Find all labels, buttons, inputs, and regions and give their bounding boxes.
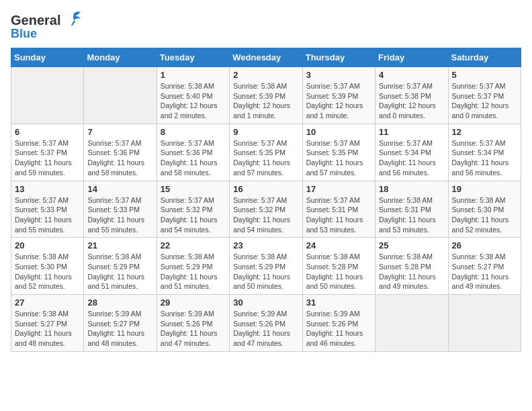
day-info: Sunrise: 5:39 AM Sunset: 5:27 PM Dayligh… [87,309,152,349]
calendar-cell: 25Sunrise: 5:38 AM Sunset: 5:28 PM Dayli… [375,238,448,295]
calendar-cell: 6Sunrise: 5:37 AM Sunset: 5:37 PM Daylig… [11,124,84,181]
day-info: Sunrise: 5:38 AM Sunset: 5:27 PM Dayligh… [452,252,517,291]
logo: General Blue [11,11,82,41]
day-number: 18 [379,184,444,194]
day-number: 28 [87,298,152,308]
day-number: 13 [15,184,80,194]
calendar-cell: 15Sunrise: 5:37 AM Sunset: 5:32 PM Dayli… [157,181,229,238]
calendar-cell: 13Sunrise: 5:37 AM Sunset: 5:33 PM Dayli… [11,181,84,238]
day-number: 25 [379,240,444,250]
day-info: Sunrise: 5:37 AM Sunset: 5:37 PM Dayligh… [15,138,80,178]
day-number: 31 [306,298,371,308]
day-info: Sunrise: 5:38 AM Sunset: 5:31 PM Dayligh… [379,195,444,235]
calendar-header-row: SundayMondayTuesdayWednesdayThursdayFrid… [11,48,521,67]
day-number: 24 [306,240,371,250]
day-number: 29 [161,298,226,308]
day-info: Sunrise: 5:38 AM Sunset: 5:39 PM Dayligh… [233,81,298,121]
calendar-cell: 22Sunrise: 5:38 AM Sunset: 5:29 PM Dayli… [157,238,229,295]
day-info: Sunrise: 5:37 AM Sunset: 5:31 PM Dayligh… [306,195,371,235]
calendar-cell [84,67,157,124]
calendar-header-friday: Friday [375,48,448,67]
calendar-cell: 16Sunrise: 5:37 AM Sunset: 5:32 PM Dayli… [230,181,302,238]
day-info: Sunrise: 5:38 AM Sunset: 5:28 PM Dayligh… [306,252,371,291]
day-info: Sunrise: 5:38 AM Sunset: 5:30 PM Dayligh… [452,195,517,235]
calendar-cell: 31Sunrise: 5:39 AM Sunset: 5:26 PM Dayli… [302,295,375,352]
calendar-cell: 5Sunrise: 5:37 AM Sunset: 5:37 PM Daylig… [448,67,521,124]
calendar-cell: 19Sunrise: 5:38 AM Sunset: 5:30 PM Dayli… [448,181,521,238]
day-info: Sunrise: 5:39 AM Sunset: 5:26 PM Dayligh… [233,309,298,349]
calendar-cell: 14Sunrise: 5:37 AM Sunset: 5:33 PM Dayli… [84,181,157,238]
calendar-header-saturday: Saturday [448,48,521,67]
calendar-cell: 12Sunrise: 5:37 AM Sunset: 5:34 PM Dayli… [448,124,521,181]
calendar-cell: 2Sunrise: 5:38 AM Sunset: 5:39 PM Daylig… [230,67,302,124]
day-info: Sunrise: 5:37 AM Sunset: 5:39 PM Dayligh… [306,81,371,121]
calendar-week-3: 13Sunrise: 5:37 AM Sunset: 5:33 PM Dayli… [11,181,521,238]
day-number: 20 [15,240,80,250]
calendar-cell: 1Sunrise: 5:38 AM Sunset: 5:40 PM Daylig… [157,67,229,124]
calendar-cell: 4Sunrise: 5:37 AM Sunset: 5:38 PM Daylig… [375,67,448,124]
day-info: Sunrise: 5:39 AM Sunset: 5:26 PM Dayligh… [161,309,226,349]
calendar-cell [375,295,448,352]
day-number: 10 [306,127,371,137]
calendar-header-monday: Monday [84,48,157,67]
calendar-cell: 10Sunrise: 5:37 AM Sunset: 5:35 PM Dayli… [302,124,375,181]
day-number: 16 [233,184,298,194]
page-header: General Blue [11,11,521,41]
day-number: 3 [306,70,371,80]
calendar-cell: 11Sunrise: 5:37 AM Sunset: 5:34 PM Dayli… [375,124,448,181]
day-info: Sunrise: 5:37 AM Sunset: 5:34 PM Dayligh… [379,138,444,178]
calendar-table: SundayMondayTuesdayWednesdayThursdayFrid… [11,48,521,352]
day-number: 5 [452,70,517,80]
day-number: 30 [233,298,298,308]
day-info: Sunrise: 5:38 AM Sunset: 5:27 PM Dayligh… [15,309,80,349]
calendar-cell: 21Sunrise: 5:38 AM Sunset: 5:29 PM Dayli… [84,238,157,295]
day-info: Sunrise: 5:37 AM Sunset: 5:34 PM Dayligh… [452,138,517,178]
calendar-cell: 28Sunrise: 5:39 AM Sunset: 5:27 PM Dayli… [84,295,157,352]
day-info: Sunrise: 5:38 AM Sunset: 5:28 PM Dayligh… [379,252,444,291]
day-info: Sunrise: 5:38 AM Sunset: 5:29 PM Dayligh… [233,252,298,291]
calendar-week-5: 27Sunrise: 5:38 AM Sunset: 5:27 PM Dayli… [11,295,521,352]
day-number: 6 [15,127,80,137]
day-info: Sunrise: 5:37 AM Sunset: 5:36 PM Dayligh… [87,138,152,178]
calendar-cell [11,67,84,124]
day-info: Sunrise: 5:37 AM Sunset: 5:38 PM Dayligh… [379,81,444,121]
calendar-cell: 27Sunrise: 5:38 AM Sunset: 5:27 PM Dayli… [11,295,84,352]
calendar-header-thursday: Thursday [302,48,375,67]
calendar-cell: 24Sunrise: 5:38 AM Sunset: 5:28 PM Dayli… [302,238,375,295]
calendar-cell: 3Sunrise: 5:37 AM Sunset: 5:39 PM Daylig… [302,67,375,124]
logo-text-blue: Blue [11,27,37,41]
day-number: 1 [161,70,226,80]
calendar-header-sunday: Sunday [11,48,84,67]
calendar-cell: 20Sunrise: 5:38 AM Sunset: 5:30 PM Dayli… [11,238,84,295]
day-info: Sunrise: 5:38 AM Sunset: 5:29 PM Dayligh… [87,252,152,291]
day-info: Sunrise: 5:38 AM Sunset: 5:30 PM Dayligh… [15,252,80,291]
calendar-cell: 17Sunrise: 5:37 AM Sunset: 5:31 PM Dayli… [302,181,375,238]
day-number: 8 [161,127,226,137]
calendar-header-tuesday: Tuesday [157,48,229,67]
day-info: Sunrise: 5:37 AM Sunset: 5:33 PM Dayligh… [87,195,152,235]
day-info: Sunrise: 5:37 AM Sunset: 5:36 PM Dayligh… [161,138,226,178]
day-info: Sunrise: 5:37 AM Sunset: 5:35 PM Dayligh… [306,138,371,178]
day-number: 2 [233,70,298,80]
calendar-week-4: 20Sunrise: 5:38 AM Sunset: 5:30 PM Dayli… [11,238,521,295]
day-info: Sunrise: 5:37 AM Sunset: 5:33 PM Dayligh… [15,195,80,235]
calendar-cell: 9Sunrise: 5:37 AM Sunset: 5:35 PM Daylig… [230,124,302,181]
day-info: Sunrise: 5:38 AM Sunset: 5:29 PM Dayligh… [161,252,226,291]
day-info: Sunrise: 5:39 AM Sunset: 5:26 PM Dayligh… [306,309,371,349]
day-info: Sunrise: 5:37 AM Sunset: 5:32 PM Dayligh… [233,195,298,235]
logo-text-general: General [11,13,60,28]
day-number: 7 [87,127,152,137]
day-number: 22 [161,240,226,250]
calendar-cell: 30Sunrise: 5:39 AM Sunset: 5:26 PM Dayli… [230,295,302,352]
calendar-cell: 7Sunrise: 5:37 AM Sunset: 5:36 PM Daylig… [84,124,157,181]
day-info: Sunrise: 5:37 AM Sunset: 5:37 PM Dayligh… [452,81,517,121]
day-info: Sunrise: 5:38 AM Sunset: 5:40 PM Dayligh… [161,81,226,121]
calendar-cell: 8Sunrise: 5:37 AM Sunset: 5:36 PM Daylig… [157,124,229,181]
day-number: 19 [452,184,517,194]
calendar-cell [448,295,521,352]
logo-bird-icon [62,11,82,30]
day-number: 15 [161,184,226,194]
day-number: 21 [87,240,152,250]
day-info: Sunrise: 5:37 AM Sunset: 5:32 PM Dayligh… [161,195,226,235]
calendar-cell: 23Sunrise: 5:38 AM Sunset: 5:29 PM Dayli… [230,238,302,295]
